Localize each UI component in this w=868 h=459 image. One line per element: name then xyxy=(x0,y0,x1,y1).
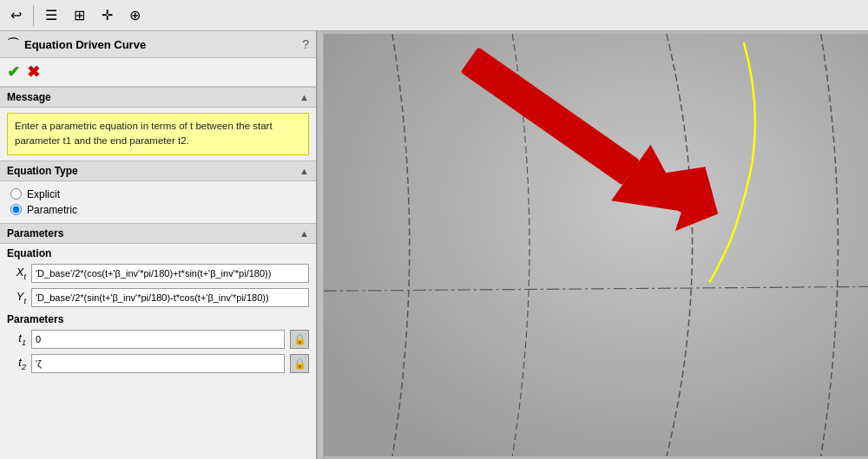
equation-type-content: Explicit Parametric xyxy=(0,181,316,223)
parameters-chevron-icon: ▲ xyxy=(299,228,309,239)
parametric-label[interactable]: Parametric xyxy=(27,204,77,216)
message-chevron-icon: ▲ xyxy=(299,92,309,102)
reject-button[interactable]: ✖ xyxy=(27,62,40,82)
t2-subscript: 2 xyxy=(22,362,26,370)
viewport[interactable] xyxy=(324,31,868,459)
viewport-svg xyxy=(324,31,868,459)
t2-lock-button[interactable]: 🔒 xyxy=(290,354,309,373)
toolbar-circle-icon[interactable]: ⊕ xyxy=(124,5,145,26)
equation-type-label: Equation Type xyxy=(7,165,78,177)
params-label: Parameters xyxy=(0,310,316,327)
toolbar-list-icon[interactable]: ☰ xyxy=(41,5,62,26)
resize-handle[interactable] xyxy=(317,31,324,459)
message-box: Enter a parametric equation in terms of … xyxy=(7,113,309,155)
t2-row: t2 🔒 xyxy=(0,351,316,376)
svg-rect-0 xyxy=(324,34,868,456)
action-buttons: ✔ ✖ xyxy=(0,58,316,87)
x-var-label: Xt xyxy=(7,266,26,281)
toolbar-back-icon[interactable]: ↩ xyxy=(5,5,26,26)
parameters-section-header[interactable]: Parameters ▲ xyxy=(0,223,316,244)
t1-input[interactable] xyxy=(31,330,285,349)
message-section-label: Message xyxy=(7,91,51,103)
equation-type-chevron-icon: ▲ xyxy=(299,166,309,176)
explicit-label[interactable]: Explicit xyxy=(27,188,60,200)
message-section-header[interactable]: Message ▲ xyxy=(0,87,316,108)
x-equation-input[interactable] xyxy=(31,264,309,283)
parameters-section-label: Parameters xyxy=(7,227,63,239)
x-equation-row: Xt xyxy=(0,261,316,285)
y-var-label: Yt xyxy=(7,290,26,305)
accept-button[interactable]: ✔ xyxy=(7,62,20,82)
panel-title-row: ⌒ Equation Driven Curve xyxy=(7,36,146,52)
main-content: ⌒ Equation Driven Curve ? ✔ ✖ Message ▲ … xyxy=(0,31,868,459)
parametric-radio-row: Parametric xyxy=(10,202,306,218)
explicit-radio[interactable] xyxy=(10,188,22,200)
toolbar-separator-1 xyxy=(33,5,34,26)
t1-var-label: t1 xyxy=(7,331,26,347)
t2-input[interactable] xyxy=(31,354,285,373)
explicit-radio-row: Explicit xyxy=(10,187,306,202)
t1-subscript: 1 xyxy=(22,338,26,346)
toolbar: ↩ ☰ ⊞ ✛ ⊕ xyxy=(0,0,868,31)
x-subscript: t xyxy=(23,272,26,280)
parametric-radio[interactable] xyxy=(10,204,22,215)
t2-var-label: t2 xyxy=(7,356,26,371)
help-icon[interactable]: ? xyxy=(302,37,309,51)
y-subscript: t xyxy=(23,296,26,305)
left-panel: ⌒ Equation Driven Curve ? ✔ ✖ Message ▲ … xyxy=(0,31,317,459)
y-equation-input[interactable] xyxy=(31,288,309,307)
panel-header: ⌒ Equation Driven Curve ? xyxy=(0,31,316,58)
toolbar-grid-icon[interactable]: ⊞ xyxy=(69,5,89,26)
y-equation-row: Yt xyxy=(0,285,316,310)
equation-type-section-header[interactable]: Equation Type ▲ xyxy=(0,161,316,181)
toolbar-cross-icon[interactable]: ✛ xyxy=(96,5,117,26)
equation-label: Equation xyxy=(0,244,316,261)
t1-row: t1 🔒 xyxy=(0,327,316,351)
curve-icon: ⌒ xyxy=(7,36,19,52)
t1-lock-button[interactable]: 🔒 xyxy=(290,330,309,349)
panel-title: Equation Driven Curve xyxy=(24,38,146,51)
